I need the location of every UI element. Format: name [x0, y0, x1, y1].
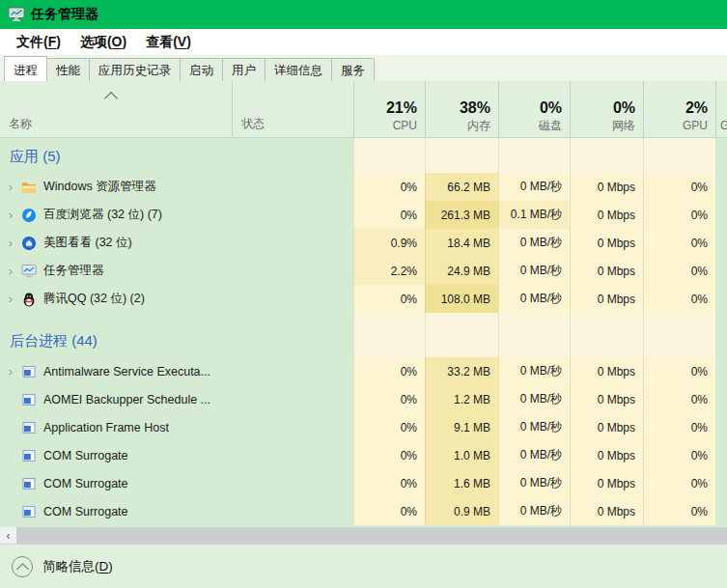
- expand-chevron-icon[interactable]: ›: [0, 264, 21, 278]
- tab-performance[interactable]: 性能: [46, 58, 90, 81]
- expand-chevron-icon[interactable]: ›: [0, 236, 21, 250]
- tab-processes[interactable]: 进程: [4, 56, 47, 81]
- value-cell: 0 Mbps: [570, 285, 643, 313]
- value-cell: 0 Mbps: [570, 173, 643, 201]
- task-manager-icon: [21, 264, 37, 279]
- tab-details[interactable]: 详细信息: [265, 58, 332, 81]
- process-table: 名称 状态 21% CPU 38% 内存 0% 磁盘 0% 网络 2% GPU …: [0, 81, 727, 527]
- process-row[interactable]: › COM Surrogate 0%1.0 MB0 MB/秒0 Mbps0%: [0, 441, 727, 469]
- app-window-icon: [21, 364, 37, 379]
- process-row[interactable]: › 任务管理器 2.2%24.9 MB0 MB/秒0 Mbps0%: [0, 257, 727, 285]
- value-cell: 0%: [643, 441, 715, 469]
- expand-chevron-icon[interactable]: ›: [0, 208, 21, 222]
- empty-cell: [643, 313, 715, 357]
- process-row[interactable]: › AOMEI Backupper Schedule ... 0%1.2 MB0…: [0, 385, 727, 413]
- empty-cell: [425, 138, 498, 173]
- value-cell: 0%: [643, 357, 715, 385]
- value-cell: 24.9 MB: [425, 257, 498, 285]
- value-cell: 0 MB/秒: [498, 173, 570, 201]
- row-tail: [715, 138, 727, 173]
- process-row[interactable]: › COM Surrogate 0%1.6 MB0 MB/秒0 Mbps0%: [0, 469, 727, 497]
- explorer-icon: [21, 180, 37, 195]
- tab-app-history[interactable]: 应用历史记录: [89, 58, 181, 81]
- task-manager-window: 任务管理器 文件(F)选项(O)查看(V) 进程性能应用历史记录启动用户详细信息…: [0, 0, 727, 588]
- value-cell: 0%: [353, 201, 425, 229]
- value-cell: 0 MB/秒: [498, 441, 570, 469]
- memory-usage-percent: 38%: [460, 98, 490, 118]
- value-cell: 0%: [643, 469, 715, 497]
- empty-cell: [353, 138, 425, 173]
- value-cell: 0%: [643, 173, 715, 201]
- tab-startup[interactable]: 启动: [180, 58, 223, 81]
- expand-chevron-icon[interactable]: ›: [0, 364, 21, 378]
- value-cell: 33.2 MB: [425, 357, 498, 385]
- value-cell: 1.0 MB: [425, 441, 498, 469]
- scrollbar-thumb[interactable]: [16, 527, 727, 544]
- chevron-up-circle-icon: [12, 556, 33, 577]
- value-cell: 0 MB/秒: [498, 229, 570, 257]
- menu-bar: 文件(F)选项(O)查看(V): [0, 29, 727, 55]
- baidu-browser-icon: [21, 208, 37, 223]
- column-header-network[interactable]: 0% 网络: [570, 81, 643, 137]
- value-cell: 66.2 MB: [425, 173, 498, 201]
- group-row[interactable]: 后台进程 (44): [0, 313, 727, 357]
- value-cell: 0%: [643, 229, 715, 257]
- menu-view[interactable]: 查看(V): [137, 31, 200, 54]
- process-row[interactable]: › COM Surrogate 0%0.9 MB0 MB/秒0 Mbps0%: [0, 497, 727, 525]
- app-window-icon: [21, 448, 37, 463]
- status-column-label: 状态: [241, 116, 265, 131]
- gpu-column-label: GPU: [683, 118, 708, 133]
- process-row[interactable]: › Antimalware Service Executa... 0%33.2 …: [0, 357, 727, 385]
- empty-cell: [425, 313, 498, 357]
- value-cell: 0 Mbps: [570, 385, 643, 413]
- process-row[interactable]: › 百度浏览器 (32 位) (7) 0%261.3 MB0.1 MB/秒0 M…: [0, 201, 727, 229]
- column-header-memory[interactable]: 38% 内存: [425, 81, 498, 137]
- column-header-gpu-engine-partial[interactable]: G: [715, 81, 727, 137]
- value-cell: 0%: [353, 173, 425, 201]
- value-cell: 18.4 MB: [425, 229, 498, 257]
- value-cell: 1.6 MB: [425, 469, 498, 497]
- task-manager-window-icon: [8, 7, 25, 22]
- table-body: 应用 (5) › Windows 资源管理器 0%66.2 MB0 MB/秒0 …: [0, 138, 727, 527]
- value-cell: 0%: [643, 285, 715, 313]
- scroll-left-arrow-icon[interactable]: ‹: [0, 527, 16, 544]
- process-row[interactable]: › Application Frame Host 0%9.1 MB0 MB/秒0…: [0, 413, 727, 441]
- app-window-icon: [21, 392, 37, 407]
- column-header-disk[interactable]: 0% 磁盘: [498, 81, 570, 137]
- value-cell: 0%: [353, 469, 425, 497]
- value-cell: 0 MB/秒: [498, 285, 570, 313]
- value-cell: 0%: [353, 357, 425, 385]
- horizontal-scrollbar[interactable]: ‹: [0, 527, 727, 544]
- row-tail: [715, 497, 727, 525]
- menu-file[interactable]: 文件(F): [8, 31, 70, 54]
- gpu-usage-percent: 2%: [685, 98, 708, 118]
- value-cell: 0 Mbps: [570, 229, 643, 257]
- app-window-icon: [21, 420, 37, 435]
- process-row[interactable]: › 腾讯QQ (32 位) (2) 0%108.0 MB0 MB/秒0 Mbps…: [0, 285, 727, 313]
- value-cell: 0%: [643, 497, 715, 525]
- name-column-label: 名称: [9, 116, 32, 131]
- window-title: 任务管理器: [31, 6, 98, 23]
- value-cell: 0 Mbps: [570, 257, 643, 285]
- process-row[interactable]: › 美图看看 (32 位) 0.9%18.4 MB0 MB/秒0 Mbps0%: [0, 229, 727, 257]
- expand-chevron-icon[interactable]: ›: [0, 292, 21, 306]
- tab-users[interactable]: 用户: [222, 58, 266, 81]
- column-header-gpu[interactable]: 2% GPU: [643, 81, 715, 137]
- meitu-icon: [21, 236, 37, 251]
- process-row[interactable]: › Windows 资源管理器 0%66.2 MB0 MB/秒0 Mbps0%: [0, 173, 727, 201]
- value-cell: 0 Mbps: [570, 497, 643, 525]
- group-row[interactable]: 应用 (5): [0, 138, 727, 173]
- tab-services[interactable]: 服务: [331, 58, 375, 81]
- fewer-details-button[interactable]: 简略信息(D): [12, 556, 113, 577]
- empty-cell: [570, 138, 643, 173]
- row-tail: [715, 285, 727, 313]
- column-header-status[interactable]: 状态: [232, 81, 353, 137]
- value-cell: 0%: [643, 257, 715, 285]
- value-cell: 108.0 MB: [425, 285, 498, 313]
- empty-cell: [570, 313, 643, 357]
- menu-options[interactable]: 选项(O): [71, 31, 135, 54]
- expand-chevron-icon[interactable]: ›: [0, 180, 21, 194]
- column-header-name[interactable]: 名称: [0, 81, 232, 137]
- column-header-cpu[interactable]: 21% CPU: [353, 81, 425, 137]
- value-cell: 0 Mbps: [570, 413, 643, 441]
